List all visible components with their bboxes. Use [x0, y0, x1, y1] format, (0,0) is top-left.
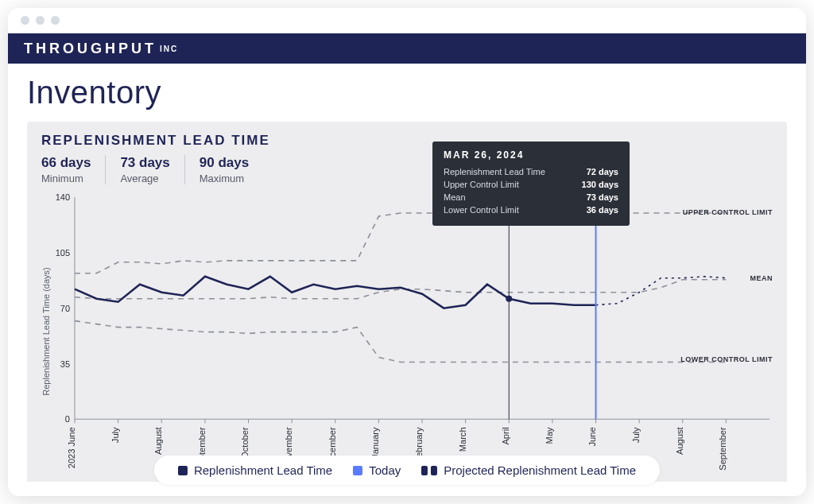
legend-item-projected: Projected Replenishment Lead Time: [421, 463, 636, 477]
section-title: REPLENISHMENT LEAD TIME: [41, 133, 773, 149]
svg-text:August: August: [675, 427, 684, 455]
legend-label: Today: [369, 463, 401, 477]
tooltip-row-value: 72 days: [587, 167, 618, 176]
stat-label: Maximum: [200, 173, 249, 184]
window-dot[interactable]: [36, 16, 45, 25]
svg-text:May: May: [545, 427, 554, 444]
chart-plot[interactable]: MAR 26, 2024 Replenishment Lead Time 72 …: [41, 192, 773, 471]
svg-text:October: October: [241, 427, 250, 459]
legend-label: Replenishment Lead Time: [194, 463, 332, 477]
page-title: Inventory: [27, 75, 787, 110]
stats-row: 66 days Minimum 73 days Average 90 days …: [41, 155, 773, 184]
stat-value: 73 days: [120, 155, 169, 171]
tooltip-row-label: Replenishment Lead Time: [444, 167, 545, 176]
chart-legend: Replenishment Lead Time Today Projected …: [154, 456, 660, 485]
svg-text:0: 0: [65, 414, 70, 424]
label-lower-control-limit: LOWER CONTROL LIMIT: [680, 355, 773, 363]
stat-maximum: 90 days Maximum: [185, 155, 263, 184]
content-area: Inventory REPLENISHMENT LEAD TIME 66 day…: [8, 64, 806, 496]
legend-swatch-icon: [421, 466, 437, 475]
tooltip-row: Lower Control Limit 36 days: [444, 205, 618, 215]
svg-text:April: April: [501, 427, 510, 444]
legend-item-today: Today: [353, 463, 401, 477]
svg-text:July: July: [110, 427, 120, 443]
tooltip-row: Mean 73 days: [444, 192, 618, 202]
svg-text:August: August: [153, 427, 163, 455]
brand-main: THROUGHPUT: [24, 41, 157, 57]
window-titlebar: [8, 8, 806, 33]
svg-point-40: [506, 296, 512, 302]
svg-text:140: 140: [56, 192, 70, 202]
chart-zone: REPLENISHMENT LEAD TIME 66 days Minimum …: [27, 122, 787, 482]
tooltip-row-value: 130 days: [582, 180, 618, 189]
svg-text:June: June: [588, 427, 598, 446]
tooltip-row: Upper Control Limit 130 days: [444, 180, 618, 189]
window-dot[interactable]: [51, 16, 60, 25]
legend-label: Projected Replenishment Lead Time: [444, 463, 636, 477]
brand-bar: THROUGHPUT INC: [8, 33, 806, 64]
svg-text:July: July: [631, 427, 641, 443]
tooltip-row: Replenishment Lead Time 72 days: [444, 167, 618, 176]
brand-sub: INC: [160, 45, 178, 53]
tooltip-row-label: Upper Control Limit: [444, 180, 519, 189]
stat-average: 73 days Average: [106, 155, 184, 184]
tooltip-row-value: 36 days: [587, 205, 618, 215]
stat-label: Minimum: [41, 173, 91, 184]
svg-text:March: March: [458, 427, 467, 452]
stat-value: 66 days: [41, 155, 91, 171]
legend-swatch-icon: [353, 466, 362, 475]
legend-item-rlt: Replenishment Lead Time: [178, 463, 332, 477]
legend-swatch-icon: [178, 466, 188, 475]
chart-svg: 035701051402023 JuneJulyAugustSeptemberO…: [41, 192, 773, 471]
svg-text:105: 105: [56, 248, 70, 258]
tooltip-date: MAR 26, 2024: [444, 149, 618, 161]
svg-text:35: 35: [60, 359, 70, 368]
stat-minimum: 66 days Minimum: [41, 155, 106, 184]
chart-tooltip: MAR 26, 2024 Replenishment Lead Time 72 …: [432, 142, 630, 226]
stat-label: Average: [120, 173, 169, 184]
tooltip-row-value: 73 days: [587, 192, 618, 202]
svg-text:September: September: [718, 427, 727, 471]
tooltip-row-label: Mean: [444, 192, 466, 202]
y-axis-label: Replenishment Lead Time (days): [41, 267, 51, 395]
stat-value: 90 days: [200, 155, 249, 171]
label-mean: MEAN: [750, 274, 773, 282]
tooltip-row-label: Lower Control Limit: [444, 205, 519, 215]
svg-text:70: 70: [60, 304, 70, 313]
svg-text:2023 June: 2023 June: [67, 427, 76, 468]
label-upper-control-limit: UPPER CONTROL LIMIT: [683, 208, 773, 216]
app-window: THROUGHPUT INC Inventory REPLENISHMENT L…: [8, 8, 806, 496]
window-dot[interactable]: [21, 16, 29, 25]
